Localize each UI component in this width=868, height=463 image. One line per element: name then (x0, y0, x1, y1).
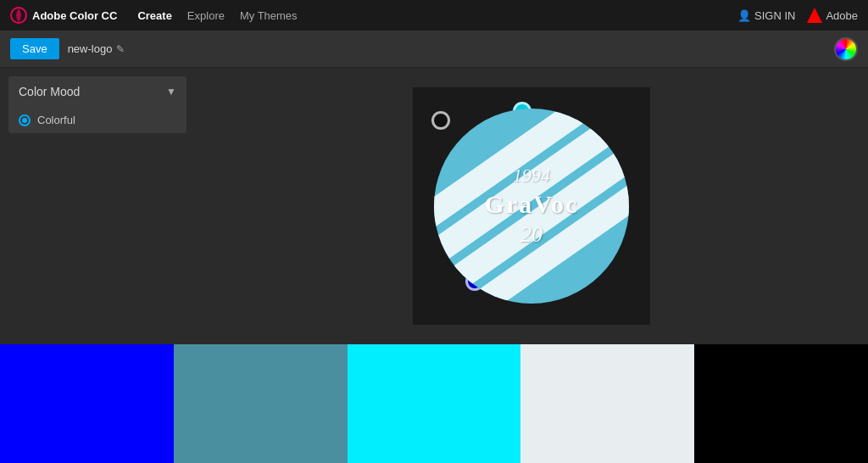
save-button[interactable]: Save (10, 38, 59, 59)
logo-circle: 1994 GraVoc 20 (434, 109, 629, 304)
theme-name-text: new-logo (68, 42, 113, 55)
main-content: Color Mood ▼ Colorful (0, 68, 868, 344)
app-logo: Adobe Color CC (10, 7, 117, 24)
swatch-black[interactable] (694, 344, 868, 463)
svg-marker-1 (807, 8, 822, 23)
app-name: Adobe Color CC (32, 9, 117, 22)
nav-links: Create Explore My Themes (137, 9, 297, 22)
color-wheel-button[interactable] (834, 37, 858, 61)
adobe-label: Adobe (826, 9, 858, 22)
sign-in-button[interactable]: 👤 SIGN IN (737, 9, 795, 22)
radio-colorful (19, 114, 31, 126)
top-nav: Adobe Color CC Create Explore My Themes … (0, 0, 868, 31)
nav-create[interactable]: Create (137, 9, 171, 22)
color-dot-black[interactable] (431, 111, 450, 130)
canvas-area: 1994 GraVoc 20 (195, 68, 868, 344)
logo-text: 1994 GraVoc 20 (485, 165, 579, 248)
adobe-color-icon (10, 7, 27, 24)
edit-icon[interactable]: ✎ (116, 43, 125, 55)
radio-inner (22, 118, 27, 123)
color-swatches (0, 344, 868, 463)
nav-right: 👤 SIGN IN Adobe (737, 8, 858, 23)
logo-year-bottom: 20 (485, 222, 579, 248)
color-mood-panel: Color Mood ▼ Colorful (8, 76, 186, 133)
toolbar: Save new-logo ✎ (0, 31, 868, 68)
colorful-label: Colorful (37, 114, 75, 126)
color-mood-item-colorful[interactable]: Colorful (8, 107, 186, 133)
image-frame: 1994 GraVoc 20 (413, 87, 650, 325)
logo-brand: GraVoc (485, 190, 579, 219)
color-mood-title: Color Mood (19, 85, 80, 98)
logo-year-top: 1994 (485, 165, 579, 187)
color-mood-header[interactable]: Color Mood ▼ (8, 76, 186, 107)
user-icon: 👤 (737, 9, 751, 22)
left-panel: Color Mood ▼ Colorful (0, 68, 195, 344)
adobe-logo: Adobe (807, 8, 858, 23)
adobe-icon (807, 8, 822, 23)
theme-name-container: new-logo ✎ (68, 42, 125, 55)
swatch-blue[interactable] (0, 344, 174, 463)
sign-in-label: SIGN IN (754, 9, 795, 22)
nav-my-themes[interactable]: My Themes (240, 9, 298, 22)
swatch-cyan[interactable] (348, 344, 521, 463)
swatch-teal[interactable] (174, 344, 348, 463)
swatch-light-gray[interactable] (520, 344, 694, 463)
chevron-down-icon: ▼ (166, 86, 176, 98)
nav-explore[interactable]: Explore (187, 9, 225, 22)
